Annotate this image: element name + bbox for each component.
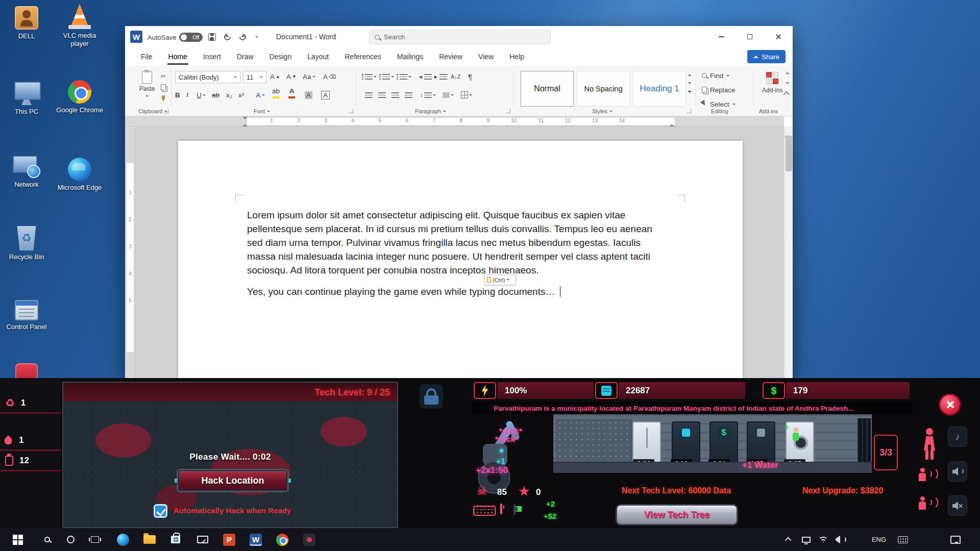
machine-generic[interactable] bbox=[747, 421, 775, 464]
font-name-select[interactable]: Calibri (Body) bbox=[175, 71, 240, 83]
style-no-spacing[interactable]: No Spacing bbox=[577, 71, 630, 107]
taskbar-app[interactable] bbox=[298, 528, 321, 551]
maximize-button[interactable] bbox=[736, 26, 764, 47]
character-border-button[interactable]: A bbox=[321, 89, 330, 101]
align-center-button[interactable] bbox=[378, 89, 386, 101]
desktop-icon-edge[interactable]: Microsoft Edge bbox=[55, 158, 104, 192]
machine-washer[interactable] bbox=[786, 421, 814, 464]
empty-build-slots[interactable] bbox=[556, 419, 632, 465]
machine-money-maker[interactable]: $ bbox=[709, 421, 738, 464]
bullets-button[interactable] bbox=[365, 71, 377, 82]
view-tech-tree-button[interactable]: View Tech Tree bbox=[616, 504, 738, 525]
shrink-font-button[interactable]: A▼ bbox=[286, 71, 297, 82]
share-button[interactable]: Share bbox=[747, 50, 786, 63]
text-effects-button[interactable]: A bbox=[256, 89, 265, 101]
shading-button[interactable] bbox=[443, 89, 454, 101]
taskbar-mail[interactable] bbox=[191, 528, 214, 551]
scroll-down-icon[interactable] bbox=[688, 82, 692, 86]
styles-gallery-expand-icon[interactable] bbox=[688, 91, 692, 95]
italic-button[interactable]: I bbox=[186, 89, 189, 101]
vertical-scrollbar[interactable] bbox=[784, 127, 793, 378]
format-painter-button[interactable] bbox=[158, 93, 169, 104]
ribbon-scroll-up-icon[interactable] bbox=[786, 70, 790, 74]
cut-button[interactable]: ✂ bbox=[158, 71, 169, 81]
desktop-icon-control-panel[interactable]: Control Panel bbox=[2, 300, 51, 331]
document-text[interactable]: Lorem ipsum dolor sit amet consectetur a… bbox=[247, 208, 665, 298]
task-view-button[interactable] bbox=[83, 528, 107, 551]
paragraph[interactable]: Yes, you can continue playing the game e… bbox=[247, 285, 665, 298]
desktop-icon-this-pc[interactable]: This PC bbox=[2, 82, 51, 116]
collapse-ribbon-icon[interactable] bbox=[783, 91, 790, 98]
document-page[interactable]: Lorem ipsum dolor sit amet consectetur a… bbox=[178, 141, 743, 378]
ribbon-scroll-down-icon[interactable] bbox=[786, 82, 790, 86]
paste-options-button[interactable]: (Ctrl) bbox=[484, 274, 516, 285]
desktop-icon-network[interactable]: Network bbox=[2, 155, 51, 189]
scrollbar-thumb[interactable] bbox=[786, 136, 792, 171]
show-formatting-button[interactable]: ¶ bbox=[468, 71, 472, 82]
desktop-icon-recycle-bin[interactable]: ♻ Recycle Bin bbox=[2, 226, 51, 261]
tab-insert[interactable]: Insert bbox=[202, 48, 222, 65]
redo-button[interactable] bbox=[236, 31, 249, 42]
machine-data-server[interactable] bbox=[672, 421, 700, 464]
tab-draw[interactable]: Draw bbox=[236, 48, 255, 65]
taskbar-edge[interactable] bbox=[111, 528, 135, 551]
tab-view[interactable]: View bbox=[477, 48, 495, 65]
tray-display[interactable] bbox=[797, 528, 815, 551]
sound-button[interactable] bbox=[948, 461, 967, 482]
tab-file[interactable]: File bbox=[140, 48, 154, 65]
taskbar-store[interactable] bbox=[164, 528, 187, 551]
avatar-toggle[interactable] bbox=[922, 428, 937, 460]
desktop-icon-chrome[interactable]: Google Chrome bbox=[55, 80, 104, 114]
voice-toggle-1[interactable] bbox=[919, 465, 939, 482]
machine-fridge[interactable] bbox=[632, 421, 661, 464]
subscript-button[interactable]: x₂ bbox=[226, 89, 232, 101]
style-heading-1[interactable]: Heading 1 bbox=[633, 71, 686, 107]
right-indent-marker[interactable] bbox=[669, 121, 674, 127]
copy-button[interactable] bbox=[158, 82, 169, 92]
tray-touch-keyboard[interactable] bbox=[893, 528, 913, 551]
find-button[interactable]: Find bbox=[702, 70, 729, 81]
addins-button[interactable]: Add-ins bbox=[762, 72, 783, 94]
tab-layout[interactable]: Layout bbox=[306, 48, 330, 65]
auto-hack-checkbox[interactable] bbox=[154, 504, 167, 518]
sort-button[interactable]: A↓Z bbox=[451, 71, 461, 82]
action-center-button[interactable] bbox=[945, 528, 966, 551]
decrease-indent-button[interactable]: ◄ bbox=[418, 71, 432, 82]
bold-button[interactable]: B bbox=[175, 89, 180, 101]
clipboard-dialog-launcher[interactable] bbox=[164, 109, 168, 113]
tab-home[interactable]: Home bbox=[167, 48, 188, 65]
numbering-button[interactable] bbox=[382, 71, 394, 82]
horizontal-ruler[interactable]: 1234567891011121314 bbox=[125, 116, 784, 127]
lock-button[interactable] bbox=[420, 384, 443, 409]
word-logo-icon[interactable]: W bbox=[130, 31, 142, 43]
autosave-control[interactable]: AutoSave Off bbox=[148, 33, 203, 42]
align-left-button[interactable] bbox=[365, 89, 373, 101]
close-button[interactable] bbox=[764, 26, 793, 47]
clear-formatting-button[interactable]: A⌫ bbox=[323, 71, 336, 82]
increase-indent-button[interactable]: ► bbox=[433, 71, 447, 82]
music-button[interactable]: ♪ bbox=[948, 427, 967, 447]
autosave-toggle[interactable]: Off bbox=[179, 33, 203, 42]
mute-button[interactable]: ✕ bbox=[948, 495, 967, 516]
superscript-button[interactable]: x² bbox=[238, 89, 244, 101]
tray-language[interactable]: ENG bbox=[868, 528, 890, 551]
game-close-button[interactable] bbox=[939, 393, 961, 416]
taskbar-chrome[interactable] bbox=[271, 528, 294, 551]
tab-design[interactable]: Design bbox=[268, 48, 293, 65]
styles-dialog-launcher[interactable] bbox=[687, 109, 691, 113]
character-shading-button[interactable]: A bbox=[305, 89, 312, 101]
tray-expand-button[interactable] bbox=[781, 528, 796, 551]
borders-button[interactable] bbox=[461, 89, 472, 101]
voice-toggle-2[interactable] bbox=[919, 493, 939, 511]
tray-network[interactable] bbox=[815, 528, 832, 551]
underline-button[interactable]: U bbox=[197, 89, 206, 101]
scroll-up-icon[interactable] bbox=[688, 72, 692, 76]
justify-button[interactable] bbox=[405, 89, 412, 101]
vertical-ruler[interactable]: 12345 bbox=[125, 127, 135, 378]
highlight-button[interactable]: ab bbox=[272, 87, 280, 98]
change-case-button[interactable]: Aa bbox=[303, 71, 315, 82]
paragraph-dialog-launcher[interactable] bbox=[506, 109, 510, 113]
hack-location-button[interactable]: Hack Location bbox=[178, 470, 287, 491]
undo-button[interactable] bbox=[221, 31, 233, 42]
cortana-button[interactable] bbox=[59, 528, 82, 551]
